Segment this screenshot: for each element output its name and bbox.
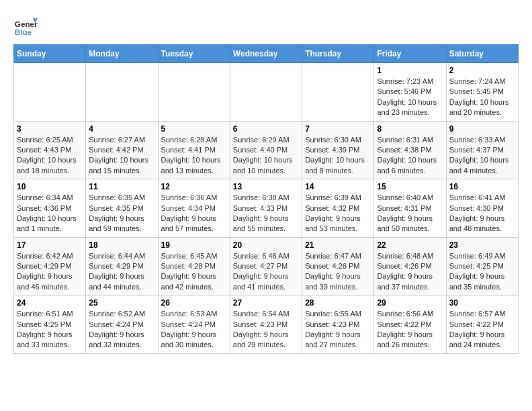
page-header: General Blue	[13, 13, 519, 38]
day-number: 17	[17, 240, 83, 250]
weekday-header-thursday: Thursday	[302, 45, 374, 63]
calendar-empty-cell	[158, 63, 230, 122]
day-number: 9	[449, 124, 515, 134]
day-number: 22	[377, 240, 443, 250]
day-number: 21	[305, 240, 371, 250]
weekday-header-row: SundayMondayTuesdayWednesdayThursdayFrid…	[14, 45, 519, 63]
day-number: 25	[89, 298, 154, 308]
day-info: Sunrise: 6:55 AM Sunset: 4:23 PM Dayligh…	[305, 309, 371, 351]
day-number: 27	[233, 298, 299, 308]
calendar-week-row: 10Sunrise: 6:34 AM Sunset: 4:36 PM Dayli…	[14, 179, 519, 238]
day-info: Sunrise: 6:41 AM Sunset: 4:30 PM Dayligh…	[449, 193, 515, 234]
day-info: Sunrise: 6:35 AM Sunset: 4:35 PM Dayligh…	[89, 193, 154, 234]
calendar-day-3: 3Sunrise: 6:25 AM Sunset: 4:43 PM Daylig…	[14, 121, 86, 179]
day-number: 15	[377, 182, 443, 191]
calendar-day-15: 15Sunrise: 6:40 AM Sunset: 4:31 PM Dayli…	[374, 179, 446, 238]
day-number: 16	[449, 182, 515, 191]
calendar-day-20: 20Sunrise: 6:46 AM Sunset: 4:27 PM Dayli…	[230, 237, 302, 295]
calendar-day-7: 7Sunrise: 6:30 AM Sunset: 4:39 PM Daylig…	[302, 121, 374, 179]
day-info: Sunrise: 6:42 AM Sunset: 4:29 PM Dayligh…	[17, 251, 83, 293]
day-info: Sunrise: 6:39 AM Sunset: 4:32 PM Dayligh…	[305, 193, 371, 234]
day-info: Sunrise: 6:31 AM Sunset: 4:38 PM Dayligh…	[377, 135, 443, 177]
day-info: Sunrise: 6:38 AM Sunset: 4:33 PM Dayligh…	[233, 193, 299, 234]
day-info: Sunrise: 6:54 AM Sunset: 4:23 PM Dayligh…	[233, 309, 299, 351]
logo-icon: General Blue	[13, 13, 38, 38]
day-number: 5	[161, 124, 227, 134]
day-info: Sunrise: 6:48 AM Sunset: 4:26 PM Dayligh…	[377, 251, 443, 293]
day-info: Sunrise: 6:45 AM Sunset: 4:28 PM Dayligh…	[161, 251, 227, 293]
calendar-day-13: 13Sunrise: 6:38 AM Sunset: 4:33 PM Dayli…	[230, 179, 302, 238]
calendar-week-row: 1Sunrise: 7:23 AM Sunset: 5:46 PM Daylig…	[14, 63, 519, 122]
calendar-day-24: 24Sunrise: 6:51 AM Sunset: 4:25 PM Dayli…	[14, 295, 86, 354]
day-number: 13	[233, 182, 299, 191]
day-info: Sunrise: 6:47 AM Sunset: 4:26 PM Dayligh…	[305, 251, 371, 293]
calendar-day-19: 19Sunrise: 6:45 AM Sunset: 4:28 PM Dayli…	[158, 237, 230, 295]
calendar-day-8: 8Sunrise: 6:31 AM Sunset: 4:38 PM Daylig…	[374, 121, 446, 179]
day-number: 10	[17, 182, 83, 191]
day-info: Sunrise: 6:30 AM Sunset: 4:39 PM Dayligh…	[305, 135, 371, 177]
calendar-day-10: 10Sunrise: 6:34 AM Sunset: 4:36 PM Dayli…	[14, 179, 86, 238]
calendar-day-9: 9Sunrise: 6:33 AM Sunset: 4:37 PM Daylig…	[446, 121, 518, 179]
weekday-header-monday: Monday	[86, 45, 158, 63]
day-number: 8	[377, 124, 443, 134]
calendar-day-4: 4Sunrise: 6:27 AM Sunset: 4:42 PM Daylig…	[86, 121, 158, 179]
day-number: 4	[89, 124, 154, 134]
day-number: 19	[161, 240, 227, 250]
calendar-day-12: 12Sunrise: 6:36 AM Sunset: 4:34 PM Dayli…	[158, 179, 230, 238]
day-number: 24	[17, 298, 83, 308]
calendar-week-row: 17Sunrise: 6:42 AM Sunset: 4:29 PM Dayli…	[14, 237, 519, 295]
calendar-empty-cell	[14, 63, 86, 122]
day-number: 26	[161, 298, 227, 308]
calendar-day-16: 16Sunrise: 6:41 AM Sunset: 4:30 PM Dayli…	[446, 179, 518, 238]
day-number: 1	[377, 66, 443, 75]
day-info: Sunrise: 6:46 AM Sunset: 4:27 PM Dayligh…	[233, 251, 299, 293]
calendar-day-18: 18Sunrise: 6:44 AM Sunset: 4:29 PM Dayli…	[86, 237, 158, 295]
calendar-day-5: 5Sunrise: 6:28 AM Sunset: 4:41 PM Daylig…	[158, 121, 230, 179]
calendar-empty-cell	[302, 63, 374, 122]
calendar-day-21: 21Sunrise: 6:47 AM Sunset: 4:26 PM Dayli…	[302, 237, 374, 295]
day-number: 23	[449, 240, 515, 250]
calendar-day-23: 23Sunrise: 6:49 AM Sunset: 4:25 PM Dayli…	[446, 237, 518, 295]
weekday-header-sunday: Sunday	[14, 45, 86, 63]
day-number: 2	[449, 66, 515, 75]
calendar-day-26: 26Sunrise: 6:53 AM Sunset: 4:24 PM Dayli…	[158, 295, 230, 354]
calendar-day-6: 6Sunrise: 6:29 AM Sunset: 4:40 PM Daylig…	[230, 121, 302, 179]
svg-text:Blue: Blue	[15, 28, 32, 36]
calendar-day-22: 22Sunrise: 6:48 AM Sunset: 4:26 PM Dayli…	[374, 237, 446, 295]
day-info: Sunrise: 6:56 AM Sunset: 4:22 PM Dayligh…	[377, 309, 443, 351]
day-number: 7	[305, 124, 371, 134]
day-number: 11	[89, 182, 154, 191]
day-info: Sunrise: 6:52 AM Sunset: 4:24 PM Dayligh…	[89, 309, 154, 351]
calendar-day-1: 1Sunrise: 7:23 AM Sunset: 5:46 PM Daylig…	[374, 63, 446, 122]
day-info: Sunrise: 6:57 AM Sunset: 4:22 PM Dayligh…	[449, 309, 515, 351]
calendar-body: 1Sunrise: 7:23 AM Sunset: 5:46 PM Daylig…	[14, 63, 519, 354]
calendar-day-27: 27Sunrise: 6:54 AM Sunset: 4:23 PM Dayli…	[230, 295, 302, 354]
calendar-week-row: 3Sunrise: 6:25 AM Sunset: 4:43 PM Daylig…	[14, 121, 519, 179]
weekday-header-saturday: Saturday	[446, 45, 518, 63]
day-number: 14	[305, 182, 371, 191]
day-info: Sunrise: 7:23 AM Sunset: 5:46 PM Dayligh…	[377, 77, 443, 118]
weekday-header-friday: Friday	[374, 45, 446, 63]
day-number: 20	[233, 240, 299, 250]
calendar-empty-cell	[86, 63, 158, 122]
day-number: 6	[233, 124, 299, 134]
day-info: Sunrise: 6:34 AM Sunset: 4:36 PM Dayligh…	[17, 193, 83, 234]
calendar-day-14: 14Sunrise: 6:39 AM Sunset: 4:32 PM Dayli…	[302, 179, 374, 238]
day-number: 12	[161, 182, 227, 191]
calendar-day-28: 28Sunrise: 6:55 AM Sunset: 4:23 PM Dayli…	[302, 295, 374, 354]
day-info: Sunrise: 6:27 AM Sunset: 4:42 PM Dayligh…	[89, 135, 154, 177]
day-number: 30	[449, 298, 515, 308]
day-info: Sunrise: 6:25 AM Sunset: 4:43 PM Dayligh…	[17, 135, 83, 177]
calendar-day-17: 17Sunrise: 6:42 AM Sunset: 4:29 PM Dayli…	[14, 237, 86, 295]
day-info: Sunrise: 6:51 AM Sunset: 4:25 PM Dayligh…	[17, 309, 83, 351]
day-info: Sunrise: 6:40 AM Sunset: 4:31 PM Dayligh…	[377, 193, 443, 234]
day-number: 29	[377, 298, 443, 308]
calendar-empty-cell	[230, 63, 302, 122]
day-info: Sunrise: 6:29 AM Sunset: 4:40 PM Dayligh…	[233, 135, 299, 177]
calendar-week-row: 24Sunrise: 6:51 AM Sunset: 4:25 PM Dayli…	[14, 295, 519, 354]
calendar-day-30: 30Sunrise: 6:57 AM Sunset: 4:22 PM Dayli…	[446, 295, 518, 354]
calendar-day-25: 25Sunrise: 6:52 AM Sunset: 4:24 PM Dayli…	[86, 295, 158, 354]
calendar-header: SundayMondayTuesdayWednesdayThursdayFrid…	[14, 45, 519, 63]
day-number: 3	[17, 124, 83, 134]
day-number: 28	[305, 298, 371, 308]
